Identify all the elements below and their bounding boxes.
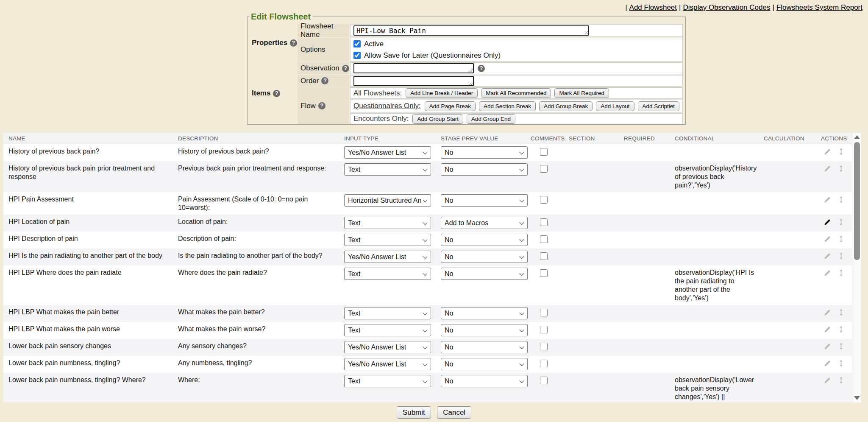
stage-prev-value-select[interactable]: No	[441, 341, 528, 353]
input-type-select[interactable]: Yes/No Answer List	[344, 251, 431, 263]
input-type-select[interactable]: Text	[344, 268, 431, 280]
move-updown-icon[interactable]	[837, 325, 845, 333]
move-updown-icon[interactable]	[837, 252, 845, 260]
move-updown-icon[interactable]	[837, 196, 845, 204]
row-required	[619, 339, 670, 356]
input-type-select[interactable]: Text	[344, 163, 431, 176]
flow-button[interactable]: Add Page Break	[425, 101, 476, 111]
option-allow-save[interactable]: Allow Save for Later (Questionnaires Onl…	[353, 50, 679, 61]
comments-checkbox[interactable]	[540, 165, 548, 173]
submit-button[interactable]: Submit	[397, 406, 431, 419]
help-icon[interactable]	[478, 65, 485, 72]
edit-pencil-icon[interactable]	[823, 376, 832, 384]
stage-prev-value-select[interactable]: Add to Macros	[441, 217, 528, 229]
stage-prev-value-select[interactable]: No	[441, 324, 528, 336]
flow-button[interactable]: Add Group Start	[412, 114, 463, 124]
move-updown-icon[interactable]	[837, 308, 845, 316]
edit-pencil-icon[interactable]	[823, 252, 832, 260]
move-updown-icon[interactable]	[837, 148, 845, 156]
comments-checkbox[interactable]	[540, 196, 548, 204]
cancel-button[interactable]: Cancel	[437, 406, 471, 419]
input-type-select[interactable]: Horizontal Structured Ans	[344, 194, 431, 207]
stage-prev-value-select[interactable]: No	[441, 358, 528, 370]
edit-pencil-icon[interactable]	[823, 269, 832, 277]
input-type-select[interactable]: Yes/No Answer List	[344, 358, 431, 370]
help-icon[interactable]	[318, 102, 326, 109]
top-link[interactable]: Display Observation Codes	[683, 3, 770, 11]
input-type-select[interactable]: Yes/No Answer List	[344, 146, 431, 159]
edit-pencil-icon[interactable]	[823, 308, 832, 316]
stage-prev-value-select[interactable]: No	[441, 194, 528, 207]
edit-pencil-icon[interactable]	[823, 342, 832, 350]
chevron-down-icon	[423, 166, 427, 171]
stage-prev-value-select[interactable]: No	[441, 251, 528, 263]
option-active[interactable]: Active	[353, 38, 679, 50]
properties-group-label: Properties	[252, 39, 287, 47]
help-icon[interactable]	[321, 77, 328, 84]
stage-prev-value-select[interactable]: No	[441, 146, 528, 159]
comments-checkbox[interactable]	[540, 235, 548, 243]
stage-prev-value-select[interactable]: No	[441, 375, 528, 387]
top-link[interactable]: Flowsheets System Report	[776, 3, 862, 11]
flow-button[interactable]: Mark All Required	[554, 88, 609, 98]
input-type-select[interactable]: Text	[344, 324, 431, 336]
help-icon[interactable]	[290, 39, 297, 47]
flow-button[interactable]: Add Section Break	[479, 101, 536, 111]
input-type-select[interactable]: Text	[344, 307, 431, 319]
order-input[interactable]	[353, 76, 474, 86]
move-updown-icon[interactable]	[837, 376, 845, 384]
edit-pencil-icon[interactable]	[823, 325, 832, 333]
flow-button[interactable]: Add Group End	[467, 114, 515, 124]
edit-pencil-icon[interactable]	[823, 196, 832, 204]
comments-checkbox[interactable]	[540, 309, 548, 316]
allow-save-checkbox[interactable]	[353, 52, 361, 59]
properties-group: Properties	[250, 24, 297, 61]
edit-pencil-icon[interactable]	[823, 235, 832, 243]
comments-checkbox[interactable]	[540, 360, 548, 367]
stage-prev-value-select[interactable]: No	[441, 234, 528, 246]
flow-row-all-flowsheets: All Flowsheets: Add Line Break / HeaderM…	[350, 87, 683, 99]
row-calculation	[759, 265, 816, 305]
move-updown-icon[interactable]	[837, 342, 845, 350]
edit-pencil-icon[interactable]	[823, 218, 832, 226]
flow-button[interactable]: Mark All Recommended	[481, 88, 551, 98]
table-scrollbar[interactable]	[852, 133, 861, 402]
comments-checkbox[interactable]	[540, 218, 548, 226]
help-icon[interactable]	[342, 65, 349, 72]
active-checkbox[interactable]	[353, 40, 361, 48]
edit-pencil-icon[interactable]	[823, 165, 832, 173]
edit-pencil-icon[interactable]	[823, 148, 832, 156]
comments-checkbox[interactable]	[540, 343, 548, 350]
comments-checkbox[interactable]	[540, 377, 548, 384]
edit-pencil-icon[interactable]	[823, 359, 832, 367]
comments-checkbox[interactable]	[540, 269, 548, 277]
observation-input[interactable]	[353, 63, 474, 73]
flow-button[interactable]: Add Line Break / Header	[406, 88, 478, 98]
stage-prev-value-select[interactable]: No	[441, 163, 528, 176]
comments-checkbox[interactable]	[540, 252, 548, 260]
col-header-description: DESCRIPTION	[173, 133, 339, 144]
flowsheet-name-input[interactable]: HPI-Low Back Pain	[353, 25, 589, 36]
move-updown-icon[interactable]	[837, 218, 845, 226]
top-link[interactable]: Add Flowsheet	[629, 3, 677, 11]
input-type-select[interactable]: Text	[344, 217, 431, 229]
scroll-up-icon[interactable]	[854, 135, 860, 139]
input-type-select[interactable]: Text	[344, 375, 431, 387]
input-type-select[interactable]: Text	[344, 234, 431, 246]
stage-prev-value-select[interactable]: No	[441, 307, 528, 319]
stage-prev-value-select[interactable]: No	[441, 268, 528, 280]
chevron-down-icon	[519, 166, 524, 171]
comments-checkbox[interactable]	[540, 148, 548, 156]
scroll-down-icon[interactable]	[854, 396, 860, 400]
flow-button[interactable]: Add Group Break	[539, 101, 593, 111]
move-updown-icon[interactable]	[837, 269, 845, 277]
move-updown-icon[interactable]	[837, 165, 845, 173]
flow-button[interactable]: Add Layout	[596, 101, 634, 111]
comments-checkbox[interactable]	[540, 326, 548, 333]
move-updown-icon[interactable]	[837, 235, 845, 243]
flow-button[interactable]: Add Scriptlet	[638, 101, 680, 111]
help-icon[interactable]	[273, 90, 280, 97]
input-type-select[interactable]: Yes/No Answer List	[344, 341, 431, 353]
move-updown-icon[interactable]	[837, 359, 845, 367]
scrollbar-thumb[interactable]	[854, 142, 860, 260]
